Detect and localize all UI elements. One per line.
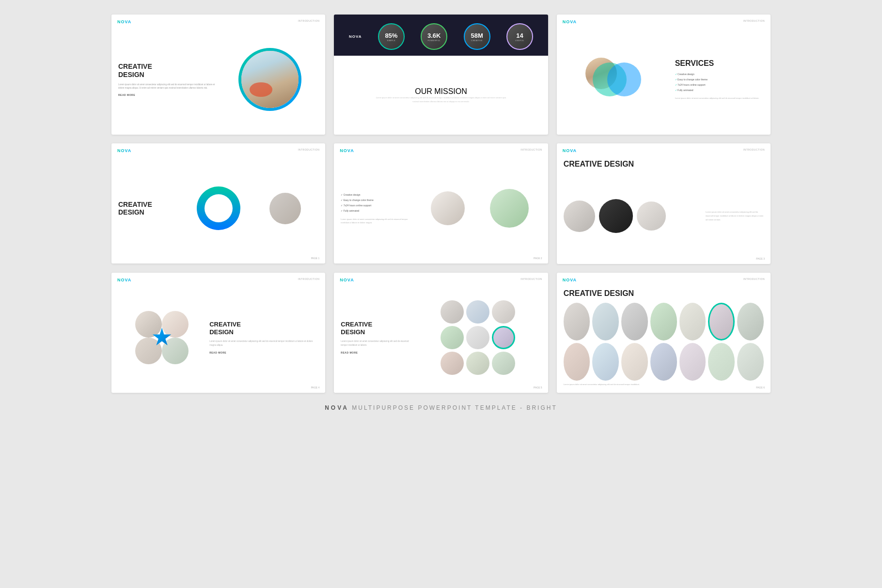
- slide-1-title: CREATIVEDESIGN: [118, 62, 216, 79]
- slide-1-desc: Lorem ipsum dolor sit amet consectetur a…: [118, 83, 216, 90]
- slide-9-logo: NOVA: [563, 278, 577, 282]
- slide-1-photo: [238, 48, 301, 111]
- slide-3-desc: Lorem ipsum dolor sit amet consectetur a…: [675, 97, 764, 100]
- slide-5-desc: Lorem ipsum dolor sit amet consectetur a…: [341, 217, 414, 224]
- slide-9: NOVA INTRODUCTION CREATIVE DESIGN Lorem: [557, 273, 771, 393]
- s5-item-2: ✓ Easy to change color theme: [341, 198, 414, 203]
- slide-6-circles-row: Lorem ipsum dolor sit amet consectetur a…: [564, 175, 764, 257]
- pg-3: [492, 300, 515, 324]
- venn-circle-2: [607, 62, 641, 96]
- gc-4: [650, 303, 677, 340]
- slide-9-page: PAGE 6: [756, 386, 765, 389]
- slide-4-title: CREATIVEDESIGN: [118, 201, 185, 217]
- footer: NOVA MULTIPURPOSE POWERPOINT TEMPLATE - …: [325, 404, 557, 411]
- slide-7-page: PAGE 4: [311, 386, 320, 389]
- slide-9-title: CREATIVE DESIGN: [564, 289, 764, 298]
- slide-1: NOVA INTRODUCTION CREATIVEDESIGN Lorem i…: [111, 15, 325, 135]
- service-item-3: 7x24 hours online support: [675, 82, 764, 88]
- gradient-ring: [197, 186, 240, 230]
- gc-6: [708, 303, 735, 340]
- slide-7-read-more[interactable]: READ MORE: [209, 351, 318, 354]
- pg-9: [492, 352, 515, 375]
- gc-11: [650, 343, 677, 381]
- gc-2: [592, 303, 619, 340]
- slide-8-title: CREATIVEDESIGN: [341, 321, 411, 336]
- slides-grid: NOVA INTRODUCTION CREATIVEDESIGN Lorem i…: [111, 15, 771, 393]
- slide-8-page: PAGE 5: [534, 386, 542, 389]
- s5-item-4: ✓ Fully animated: [341, 208, 414, 214]
- pg-1: [441, 300, 464, 324]
- s6-circle-2: [599, 199, 633, 233]
- s6-circle-1: [564, 201, 595, 232]
- s6-circle-3: [637, 201, 666, 231]
- pg-5: [466, 326, 489, 349]
- slide-4-page: PAGE 1: [311, 257, 320, 260]
- slide-5-page: PAGE 2: [534, 257, 542, 260]
- slide-4: NOVA INTRODUCTION CREATIVEDESIGN PAGE 1: [111, 143, 325, 263]
- stat-3-val: 58M: [471, 32, 483, 39]
- gc-12: [679, 343, 706, 381]
- pg-8: [466, 352, 489, 375]
- stat-2-val: 3.6K: [427, 32, 441, 39]
- slide-5-tag: INTRODUCTION: [520, 148, 542, 151]
- s5-item-1: ✓ Creative design: [341, 192, 414, 198]
- slide-7-title: CREATIVEDESIGN: [209, 321, 318, 336]
- slide-7: NOVA INTRODUCTION CREATIVEDESIGN Lorem i…: [111, 273, 325, 393]
- stat-1: 85% SIMPLE: [378, 23, 405, 50]
- slide-6-tag: INTRODUCTION: [743, 148, 765, 151]
- slide-1-read-more[interactable]: READ MORE: [118, 93, 216, 96]
- service-item-4: Fully animated: [675, 88, 764, 93]
- footer-text: MULTIPURPOSE POWERPOINT TEMPLATE - BRIGH…: [349, 404, 557, 411]
- mission-desc: Lorem ipsum dolor sit amet consectetur a…: [373, 96, 509, 103]
- overlap-grid: [135, 311, 189, 364]
- slide-6-title: CREATIVE DESIGN: [564, 160, 764, 169]
- stat-2-lbl: POWERFUL: [427, 39, 441, 42]
- slide-5: NOVA INTRODUCTION ✓ Creative design ✓ Ea…: [334, 143, 548, 263]
- s5-item-3: ✓ 7x24 hours online support: [341, 203, 414, 208]
- stat-3: 58M CREATIVE: [464, 23, 490, 50]
- slide-6-logo: NOVA: [563, 148, 577, 153]
- pg-6: [492, 326, 515, 349]
- slide-3-logo: NOVA: [563, 19, 577, 24]
- gc-14: [737, 343, 764, 381]
- slide-8: NOVA INTRODUCTION CREATIVEDESIGN Lorem i…: [334, 273, 548, 393]
- slide-8-desc: Lorem ipsum dolor sit amet consectetur a…: [341, 340, 411, 347]
- gc-3: [621, 303, 648, 340]
- gc-8: [564, 343, 590, 381]
- footer-brand: NOVA: [325, 404, 349, 411]
- pg-7: [441, 352, 464, 375]
- gallery-grid: [564, 303, 764, 381]
- slide-5-frame-circle: [431, 191, 465, 225]
- services-title: SERVICES: [675, 59, 764, 68]
- slide-4-tag: INTRODUCTION: [298, 148, 319, 151]
- gc-9: [592, 343, 619, 381]
- ov-c1: [135, 311, 162, 338]
- slide-8-read-more[interactable]: READ MORE: [341, 351, 411, 354]
- slide-2-logo: NOVA: [349, 34, 362, 39]
- slide-1-logo: NOVA: [117, 19, 131, 24]
- slide-7-desc: Lorem ipsum dolor sit amet consectetur a…: [209, 340, 318, 347]
- gc-13: [708, 343, 735, 381]
- slide-7-logo: NOVA: [117, 278, 131, 282]
- pg-4: [441, 326, 464, 349]
- slide-1-tag: INTRODUCTION: [298, 19, 319, 22]
- slide-2: NOVA 85% SIMPLE 3.6K POWERFUL 58M CREATI…: [334, 15, 548, 135]
- product-circle-1: [269, 193, 301, 224]
- gc-10: [621, 343, 648, 381]
- stat-4-val: 14: [516, 32, 523, 39]
- stat-4: 14 USEFUL: [506, 23, 533, 50]
- slide-4-logo: NOVA: [117, 148, 131, 153]
- slide-3-tag: INTRODUCTION: [743, 19, 765, 22]
- slide-8-tag: INTRODUCTION: [520, 278, 542, 280]
- stat-3-lbl: CREATIVE: [471, 39, 483, 42]
- slide-7-tag: INTRODUCTION: [298, 278, 319, 280]
- stats-row: NOVA 85% SIMPLE 3.6K POWERFUL 58M CREATI…: [334, 15, 548, 56]
- stat-1-val: 85%: [385, 32, 397, 39]
- slide-5-list: ✓ Creative design ✓ Easy to change color…: [341, 192, 414, 214]
- mission-title: OUR MISSION: [415, 87, 467, 96]
- service-item-1: Creative design: [675, 72, 764, 77]
- gc-5: [679, 303, 706, 340]
- pg-2: [466, 300, 489, 324]
- mission-section: OUR MISSION Lorem ipsum dolor sit amet c…: [334, 56, 548, 135]
- slide-5-plant-circle: [490, 189, 529, 228]
